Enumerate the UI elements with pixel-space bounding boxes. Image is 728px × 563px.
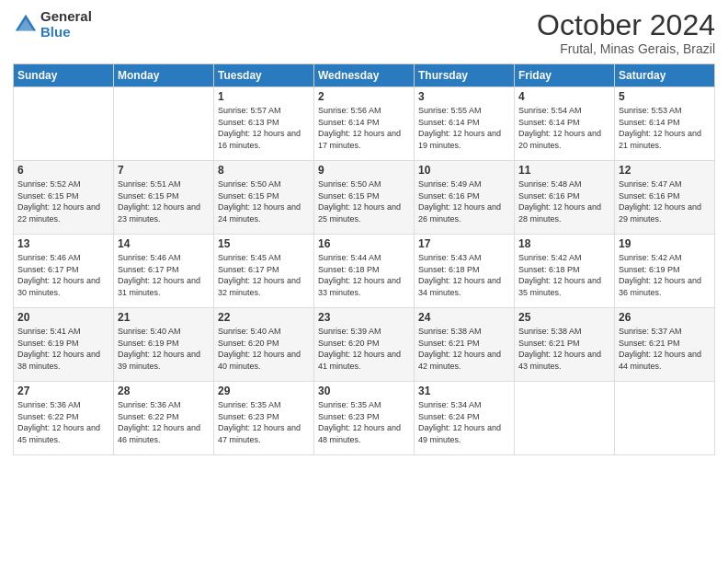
day-cell: 9Sunrise: 5:50 AM Sunset: 6:15 PM Daylig… [314,161,415,235]
day-info: Sunrise: 5:50 AM Sunset: 6:15 PM Dayligh… [318,178,410,224]
day-number: 10 [418,164,510,177]
day-cell: 6Sunrise: 5:52 AM Sunset: 6:15 PM Daylig… [14,161,114,235]
day-info: Sunrise: 5:50 AM Sunset: 6:15 PM Dayligh… [218,178,310,224]
day-number: 15 [218,237,310,250]
day-cell: 1Sunrise: 5:57 AM Sunset: 6:13 PM Daylig… [214,87,314,161]
day-number: 16 [318,237,410,250]
col-saturday: Saturday [615,64,715,87]
day-info: Sunrise: 5:42 AM Sunset: 6:18 PM Dayligh… [518,252,610,298]
day-cell [515,382,615,455]
day-cell: 13Sunrise: 5:46 AM Sunset: 6:17 PM Dayli… [14,235,114,308]
col-wednesday: Wednesday [314,64,415,87]
day-number: 31 [418,385,510,397]
day-info: Sunrise: 5:51 AM Sunset: 6:15 PM Dayligh… [118,178,210,224]
day-number: 21 [118,311,210,324]
day-cell: 4Sunrise: 5:54 AM Sunset: 6:14 PM Daylig… [515,87,615,161]
logo-general-text: General [40,9,92,25]
week-row-2: 6Sunrise: 5:52 AM Sunset: 6:15 PM Daylig… [14,161,715,235]
day-number: 25 [518,311,610,324]
day-info: Sunrise: 5:38 AM Sunset: 6:21 PM Dayligh… [418,326,510,372]
week-row-5: 27Sunrise: 5:36 AM Sunset: 6:22 PM Dayli… [14,382,715,455]
day-cell [114,87,214,161]
day-cell: 23Sunrise: 5:39 AM Sunset: 6:20 PM Dayli… [314,308,415,382]
day-info: Sunrise: 5:38 AM Sunset: 6:21 PM Dayligh… [518,326,610,372]
day-number: 9 [318,164,410,177]
day-info: Sunrise: 5:44 AM Sunset: 6:18 PM Dayligh… [318,252,410,298]
day-info: Sunrise: 5:49 AM Sunset: 6:16 PM Dayligh… [418,178,510,224]
day-info: Sunrise: 5:34 AM Sunset: 6:24 PM Dayligh… [418,399,510,445]
header-row: Sunday Monday Tuesday Wednesday Thursday… [14,64,715,87]
day-number: 22 [218,311,310,324]
day-cell: 5Sunrise: 5:53 AM Sunset: 6:14 PM Daylig… [615,87,715,161]
day-number: 14 [118,237,210,250]
day-cell: 8Sunrise: 5:50 AM Sunset: 6:15 PM Daylig… [214,161,314,235]
location-subtitle: Frutal, Minas Gerais, Brazil [537,41,715,56]
day-cell: 21Sunrise: 5:40 AM Sunset: 6:19 PM Dayli… [114,308,214,382]
day-number: 26 [619,311,711,324]
day-info: Sunrise: 5:42 AM Sunset: 6:19 PM Dayligh… [619,252,711,298]
day-cell: 3Sunrise: 5:55 AM Sunset: 6:14 PM Daylig… [415,87,515,161]
day-cell: 22Sunrise: 5:40 AM Sunset: 6:20 PM Dayli… [214,308,314,382]
day-cell [615,382,715,455]
logo-text: General Blue [40,9,92,40]
day-info: Sunrise: 5:47 AM Sunset: 6:16 PM Dayligh… [619,178,711,224]
day-info: Sunrise: 5:48 AM Sunset: 6:16 PM Dayligh… [518,178,610,224]
day-number: 27 [17,385,109,397]
day-cell: 12Sunrise: 5:47 AM Sunset: 6:16 PM Dayli… [615,161,715,235]
day-number: 28 [118,385,210,397]
day-cell: 15Sunrise: 5:45 AM Sunset: 6:17 PM Dayli… [214,235,314,308]
day-number: 8 [218,164,310,177]
day-number: 1 [218,90,310,103]
day-number: 3 [418,90,510,103]
logo-icon [13,12,39,38]
day-info: Sunrise: 5:39 AM Sunset: 6:20 PM Dayligh… [318,326,410,372]
day-info: Sunrise: 5:40 AM Sunset: 6:20 PM Dayligh… [218,326,310,372]
day-cell: 24Sunrise: 5:38 AM Sunset: 6:21 PM Dayli… [415,308,515,382]
day-info: Sunrise: 5:40 AM Sunset: 6:19 PM Dayligh… [118,326,210,372]
day-number: 12 [619,164,711,177]
day-info: Sunrise: 5:43 AM Sunset: 6:18 PM Dayligh… [418,252,510,298]
day-info: Sunrise: 5:53 AM Sunset: 6:14 PM Dayligh… [619,105,711,151]
day-cell: 10Sunrise: 5:49 AM Sunset: 6:16 PM Dayli… [415,161,515,235]
day-info: Sunrise: 5:36 AM Sunset: 6:22 PM Dayligh… [118,399,210,445]
day-cell: 17Sunrise: 5:43 AM Sunset: 6:18 PM Dayli… [415,235,515,308]
col-tuesday: Tuesday [214,64,314,87]
day-info: Sunrise: 5:45 AM Sunset: 6:17 PM Dayligh… [218,252,310,298]
day-number: 23 [318,311,410,324]
day-cell: 28Sunrise: 5:36 AM Sunset: 6:22 PM Dayli… [114,382,214,455]
day-cell: 7Sunrise: 5:51 AM Sunset: 6:15 PM Daylig… [114,161,214,235]
day-info: Sunrise: 5:56 AM Sunset: 6:14 PM Dayligh… [318,105,410,151]
day-cell: 20Sunrise: 5:41 AM Sunset: 6:19 PM Dayli… [14,308,114,382]
day-cell: 25Sunrise: 5:38 AM Sunset: 6:21 PM Dayli… [515,308,615,382]
day-cell: 14Sunrise: 5:46 AM Sunset: 6:17 PM Dayli… [114,235,214,308]
col-sunday: Sunday [14,64,114,87]
day-cell: 29Sunrise: 5:35 AM Sunset: 6:23 PM Dayli… [214,382,314,455]
day-number: 6 [17,164,109,177]
day-info: Sunrise: 5:46 AM Sunset: 6:17 PM Dayligh… [17,252,109,298]
day-cell: 16Sunrise: 5:44 AM Sunset: 6:18 PM Dayli… [314,235,415,308]
week-row-3: 13Sunrise: 5:46 AM Sunset: 6:17 PM Dayli… [14,235,715,308]
day-number: 20 [17,311,109,324]
day-number: 19 [619,237,711,250]
day-info: Sunrise: 5:37 AM Sunset: 6:21 PM Dayligh… [619,326,711,372]
day-number: 4 [518,90,610,103]
day-info: Sunrise: 5:46 AM Sunset: 6:17 PM Dayligh… [118,252,210,298]
day-cell: 30Sunrise: 5:35 AM Sunset: 6:23 PM Dayli… [314,382,415,455]
day-number: 24 [418,311,510,324]
col-friday: Friday [515,64,615,87]
day-cell: 19Sunrise: 5:42 AM Sunset: 6:19 PM Dayli… [615,235,715,308]
day-cell [14,87,114,161]
day-cell: 27Sunrise: 5:36 AM Sunset: 6:22 PM Dayli… [14,382,114,455]
day-number: 17 [418,237,510,250]
day-number: 7 [118,164,210,177]
day-number: 5 [619,90,711,103]
logo-blue-text: Blue [40,25,92,40]
day-info: Sunrise: 5:41 AM Sunset: 6:19 PM Dayligh… [17,326,109,372]
day-info: Sunrise: 5:35 AM Sunset: 6:23 PM Dayligh… [218,399,310,445]
logo: General Blue [13,9,92,40]
day-number: 2 [318,90,410,103]
title-block: October 2024 Frutal, Minas Gerais, Brazi… [537,9,715,56]
day-cell: 26Sunrise: 5:37 AM Sunset: 6:21 PM Dayli… [615,308,715,382]
day-info: Sunrise: 5:55 AM Sunset: 6:14 PM Dayligh… [418,105,510,151]
day-cell: 18Sunrise: 5:42 AM Sunset: 6:18 PM Dayli… [515,235,615,308]
